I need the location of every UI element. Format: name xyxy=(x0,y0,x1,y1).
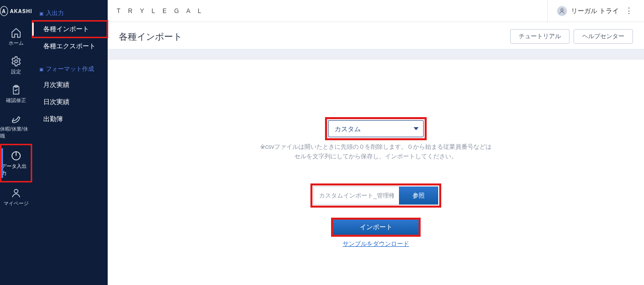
import-button[interactable]: インポート xyxy=(333,220,419,235)
nav-leave[interactable]: 休暇/休業/休職 xyxy=(0,108,32,144)
user-menu[interactable]: リーガル トライ ⋮ xyxy=(547,0,635,22)
csv-hint-line: セルを文字列にしてから保存し、インポートしてください。 xyxy=(260,152,492,161)
sidebar-group-format: フォーマット作成 xyxy=(32,62,108,76)
topbar: T R Y L E G A L リーガル トライ ⋮ xyxy=(108,0,644,22)
nav-mypage[interactable]: マイページ xyxy=(0,182,32,211)
sample-download-link[interactable]: サンプルをダウンロード xyxy=(343,240,409,248)
content: カスタム ※csvファイルは開いたときに先頭の０を削除します。０から始まる従業員… xyxy=(108,60,644,285)
clipboard-icon xyxy=(11,84,22,96)
nav-data-io[interactable]: データ入出力 xyxy=(0,144,32,182)
page-title: 各種インポート xyxy=(119,31,182,43)
nav-label: ホーム xyxy=(9,40,24,47)
nav-home[interactable]: ホーム xyxy=(0,22,32,51)
brand-name: T R Y L E G A L xyxy=(117,8,204,15)
tutorial-button[interactable]: チュートリアル xyxy=(510,29,570,44)
main: T R Y L E G A L リーガル トライ ⋮ 各種インポート チュートリ… xyxy=(108,0,644,285)
import-type-select-wrap: カスタム xyxy=(328,120,424,137)
nav-label: マイページ xyxy=(4,200,29,207)
file-select-row: 参照 xyxy=(313,186,438,205)
help-center-button[interactable]: ヘルプセンター xyxy=(574,29,633,44)
header-band xyxy=(108,49,644,60)
sidebar-item-daily[interactable]: 日次実績 xyxy=(32,93,108,111)
csv-hint: ※csvファイルは開いたときに先頭の０を削除します。０から始まる従業員番号などは… xyxy=(260,142,492,161)
power-icon xyxy=(11,150,22,161)
nav-label: 確認修正 xyxy=(6,97,26,104)
csv-hint-line: ※csvファイルは開いたときに先頭の０を削除します。０から始まる従業員番号などは xyxy=(260,142,492,152)
svg-point-5 xyxy=(561,9,564,11)
avatar-icon xyxy=(557,6,567,16)
home-icon xyxy=(11,27,22,38)
logo: AAKASHI xyxy=(0,0,32,22)
sidebar: 入出力 各種インポート 各種エクスポート フォーマット作成 月次実績 日次実績 … xyxy=(32,0,108,285)
import-type-select[interactable]: カスタム xyxy=(328,120,424,137)
sidebar-item-monthly[interactable]: 月次実績 xyxy=(32,76,108,93)
nav-label: 休暇/休業/休職 xyxy=(0,126,32,140)
nav-rail: AAKASHI ホーム 設定 確認修正 休暇/休業/休職 データ入出力 マイペー… xyxy=(0,0,32,285)
svg-point-4 xyxy=(14,189,18,193)
bird-icon xyxy=(11,113,22,124)
gear-icon xyxy=(11,56,22,67)
kebab-icon[interactable]: ⋮ xyxy=(623,6,635,16)
nav-label: 設定 xyxy=(11,68,21,75)
logo-text: AKASHI xyxy=(10,9,32,14)
nav-confirm[interactable]: 確認修正 xyxy=(0,79,32,108)
logo-icon: A xyxy=(0,6,8,16)
browse-button[interactable]: 参照 xyxy=(399,186,438,205)
file-name-field[interactable] xyxy=(313,186,399,205)
page-header: 各種インポート チュートリアル ヘルプセンター xyxy=(108,22,644,49)
nav-label: データ入出力 xyxy=(2,163,31,177)
sidebar-item-export[interactable]: 各種エクスポート xyxy=(32,38,108,55)
svg-point-0 xyxy=(15,60,18,63)
sidebar-group-io: 入出力 xyxy=(32,6,108,21)
user-icon xyxy=(11,187,22,199)
sidebar-item-attendance[interactable]: 出勤簿 xyxy=(32,111,108,128)
user-name: リーガル トライ xyxy=(571,7,619,16)
sidebar-item-import[interactable]: 各種インポート xyxy=(32,21,108,38)
nav-settings[interactable]: 設定 xyxy=(0,51,32,79)
